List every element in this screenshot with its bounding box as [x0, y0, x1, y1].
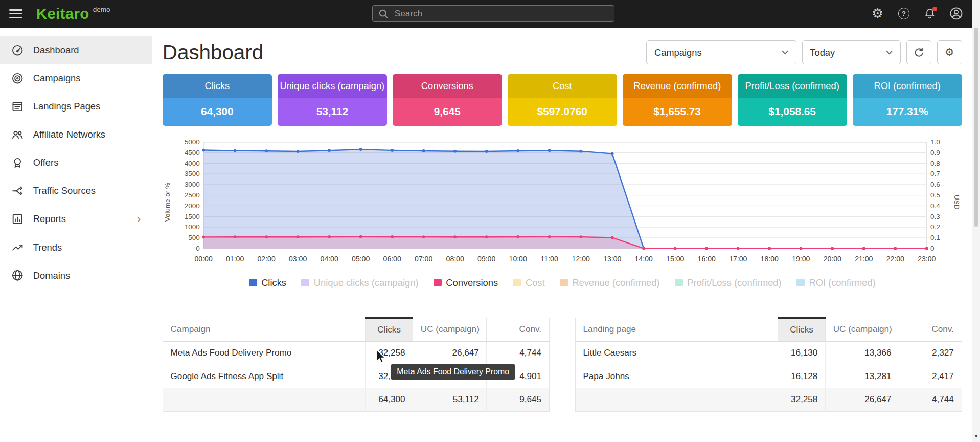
- sidebar-item-reports[interactable]: Reports›: [0, 205, 152, 233]
- notifications-icon[interactable]: [923, 7, 937, 20]
- svg-text:23:00: 23:00: [918, 255, 936, 263]
- totals-value: 53,112: [413, 388, 487, 411]
- settings-icon[interactable]: ⚙: [871, 7, 884, 20]
- search-input[interactable]: [393, 8, 608, 19]
- sidebar-item-trends[interactable]: Trends: [0, 233, 152, 261]
- sidebar-item-label: Campaigns: [33, 73, 81, 84]
- legend-swatch: [560, 279, 568, 287]
- legend-swatch: [796, 279, 805, 287]
- refresh-button[interactable]: [906, 40, 931, 64]
- metric-card-label: Clicks: [163, 74, 272, 97]
- metric-card-value: $597.0760: [508, 98, 617, 126]
- menu-icon[interactable]: [9, 9, 22, 18]
- svg-text:04:00: 04:00: [321, 255, 338, 263]
- metric-card-unique-clicks-campaign[interactable]: Unique clicks (campaign)53,112: [278, 74, 387, 125]
- metric-card-profit-loss-confirmed[interactable]: Profit/Loss (confirmed)$1,058.65: [738, 74, 847, 125]
- table-header-row: CampaignClicksUC (campaign)Conv.: [163, 318, 549, 341]
- svg-text:19:00: 19:00: [792, 255, 810, 263]
- search-bar[interactable]: [372, 5, 614, 22]
- svg-text:18:00: 18:00: [761, 255, 779, 263]
- column-header-uc-campaign[interactable]: UC (campaign): [826, 318, 899, 341]
- svg-text:10:00: 10:00: [509, 255, 527, 263]
- legend-swatch: [434, 279, 442, 287]
- legend-label: Conversions: [446, 277, 498, 289]
- scrollbar-thumb[interactable]: [974, 28, 979, 227]
- sidebar-item-traffic-sources[interactable]: Traffic Sources: [0, 177, 152, 205]
- totals-value: 64,300: [366, 388, 413, 411]
- svg-text:0.3: 0.3: [930, 212, 940, 220]
- totals-value: 4,744: [899, 388, 962, 411]
- svg-text:0: 0: [930, 245, 934, 252]
- legend-item-cost[interactable]: Cost: [513, 277, 544, 289]
- row-name[interactable]: Papa Johns: [575, 365, 778, 388]
- legend-label: Revenue (confirmed): [572, 277, 659, 289]
- date-range-select[interactable]: Today: [802, 40, 901, 64]
- row-value: 13,281: [826, 365, 899, 388]
- sidebar-item-label: Dashboard: [33, 45, 79, 56]
- sidebar-item-affiliate-networks[interactable]: Affiliate Networks: [0, 121, 152, 149]
- column-header-conv[interactable]: Conv.: [487, 318, 549, 341]
- people-icon: [11, 128, 24, 141]
- metric-card-revenue-confirmed[interactable]: Revenue (confirmed)$1,655.73: [623, 74, 732, 125]
- row-name[interactable]: Little Caesars: [575, 342, 778, 365]
- column-header-campaign[interactable]: Campaign: [163, 318, 365, 341]
- row-value: 4,744: [487, 342, 549, 365]
- legend-item-revenue-confirmed[interactable]: Revenue (confirmed): [560, 277, 660, 289]
- y-axis-label-right: USD: [952, 137, 962, 267]
- report-icon: [11, 213, 24, 225]
- summary-tables: CampaignClicksUC (campaign)Conv.Meta Ads…: [163, 317, 962, 412]
- sidebar-item-offers[interactable]: Offers: [0, 149, 152, 177]
- metric-card-roi-confirmed[interactable]: ROI (confirmed)177.31%: [853, 74, 962, 125]
- row-name[interactable]: Google Ads Fitness App Split: [163, 365, 365, 388]
- svg-text:0.8: 0.8: [930, 159, 940, 167]
- dashboard-settings-button[interactable]: ⚙: [937, 40, 962, 64]
- svg-text:08:00: 08:00: [446, 255, 464, 263]
- column-header-clicks[interactable]: Clicks: [778, 318, 826, 341]
- metric-card-label: Profit/Loss (confirmed): [738, 74, 847, 97]
- sidebar-item-domains[interactable]: Domains: [0, 261, 152, 290]
- legend-item-profit-loss-confirmed[interactable]: Profit/Loss (confirmed): [675, 277, 782, 289]
- svg-text:17:00: 17:00: [730, 255, 747, 263]
- sidebar-item-landings-pages[interactable]: Landings Pages: [0, 93, 152, 121]
- metric-card-label: Cost: [508, 74, 617, 97]
- sidebar-item-campaigns[interactable]: Campaigns: [0, 64, 152, 93]
- svg-text:3000: 3000: [185, 181, 200, 188]
- legend-swatch: [301, 279, 309, 287]
- help-icon[interactable]: ?: [897, 7, 910, 20]
- table-header-row: Landing pageClicksUC (campaign)Conv.: [575, 318, 962, 341]
- scroll-down-icon[interactable]: ▼: [972, 433, 980, 439]
- app-logo[interactable]: Keitaro: [36, 5, 89, 23]
- legend-item-roi-confirmed[interactable]: ROI (confirmed): [796, 277, 876, 289]
- grouping-select[interactable]: Campaigns: [646, 40, 796, 64]
- sidebar-item-dashboard[interactable]: Dashboard: [0, 36, 152, 64]
- notification-badge: [932, 7, 937, 11]
- trend-icon: [11, 241, 24, 253]
- svg-text:22:00: 22:00: [886, 255, 904, 263]
- legend-item-unique-clicks-campaign[interactable]: Unique clicks (campaign): [301, 277, 418, 289]
- row-name[interactable]: Meta Ads Food Delivery Promo: [163, 342, 365, 365]
- legend-label: Cost: [526, 277, 545, 289]
- table-totals-row: 64,30053,1129,645: [163, 388, 549, 411]
- metric-card-label: ROI (confirmed): [853, 74, 962, 97]
- table-totals-row: 32,25826,6474,744: [575, 388, 962, 411]
- target-icon: [11, 72, 24, 84]
- account-icon[interactable]: [949, 7, 963, 20]
- metric-card-cost[interactable]: Cost$597.0760: [508, 74, 617, 125]
- metric-card-value: $1,655.73: [623, 98, 732, 126]
- column-header-landing-page[interactable]: Landing page: [575, 318, 778, 341]
- metric-card-conversions[interactable]: Conversions9,645: [393, 74, 502, 125]
- scrollbar[interactable]: ▼: [972, 0, 980, 442]
- metric-card-value: 9,645: [393, 98, 502, 126]
- column-header-uc-campaign[interactable]: UC (campaign): [413, 318, 487, 341]
- svg-text:0.1: 0.1: [930, 234, 940, 241]
- legend-item-conversions[interactable]: Conversions: [434, 277, 498, 289]
- legend-item-clicks[interactable]: Clicks: [249, 277, 286, 289]
- column-header-clicks[interactable]: Clicks: [366, 318, 413, 341]
- svg-text:0: 0: [196, 245, 200, 252]
- column-header-conv[interactable]: Conv.: [899, 318, 962, 341]
- totals-value: 32,258: [778, 388, 826, 411]
- metric-card-clicks[interactable]: Clicks64,300: [163, 74, 272, 125]
- refresh-icon: [913, 47, 925, 58]
- svg-text:07:00: 07:00: [415, 255, 432, 263]
- svg-text:15:00: 15:00: [667, 255, 685, 263]
